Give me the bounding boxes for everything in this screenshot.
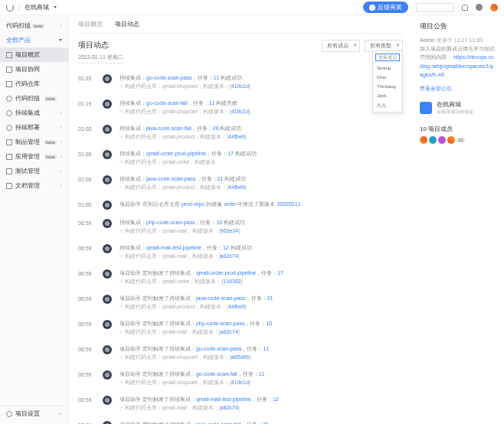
feed-link[interactable]: go-code-scan-fail <box>146 100 188 106</box>
project-card[interactable]: 在线商城 在线商城示例项目 <box>420 100 496 116</box>
feed-avatar[interactable] <box>103 421 112 424</box>
feed-avatar[interactable] <box>103 269 112 279</box>
dropdown-item[interactable]: 凡凡 <box>373 100 402 112</box>
branch-icon: ⑂ <box>119 108 123 116</box>
feed-link[interactable]: 11 <box>214 75 220 80</box>
feed-link[interactable]: 28 <box>213 126 219 131</box>
feed-link[interactable]: prod-repo <box>182 201 205 207</box>
tab-overview[interactable]: 项目概览 <box>78 20 103 28</box>
feed-link[interactable]: qmall-order-prod-pipeline <box>196 270 256 276</box>
feed-avatar[interactable] <box>103 370 112 380</box>
feed-avatar[interactable] <box>103 201 112 210</box>
dropdown-search-input[interactable]: 搜索成员 <box>375 54 400 61</box>
sidebar-item-测试管理[interactable]: 测试管理› <box>0 164 68 178</box>
feed-avatar[interactable] <box>103 150 112 159</box>
sidebar-item-持续部署[interactable]: 持续部署› <box>0 120 68 135</box>
project-name[interactable]: 在线商城 <box>25 3 49 11</box>
member-avatar[interactable] <box>429 136 437 144</box>
feed-link[interactable]: qmall-order-prod-pipeline <box>146 151 206 156</box>
feed-link[interactable]: 116302 <box>223 279 241 284</box>
member-count-badge[interactable]: 10 <box>457 138 465 142</box>
feed-link[interactable]: go-code-scan-pass <box>196 346 242 351</box>
feed-link[interactable]: 10 <box>266 321 272 326</box>
sidebar-icon <box>6 96 12 102</box>
feed-link[interactable]: php-code-scan-pass <box>146 220 195 225</box>
feed-link[interactable]: a82c74 <box>221 253 238 259</box>
sidebar-item-应用管理[interactable]: 应用管理beta› <box>0 149 68 164</box>
feed-link[interactable]: qmall-mail-test-pipeline <box>196 396 251 402</box>
feed-link[interactable]: 44fbe6 <box>228 134 244 139</box>
sidebar-item-项目协同[interactable]: 项目协同 <box>0 62 68 77</box>
feed-link[interactable]: a82c74 <box>221 329 238 334</box>
sidebar-item-文档管理[interactable]: 文档管理› <box>0 178 68 193</box>
feed-avatar[interactable] <box>103 396 112 405</box>
dropdown-item[interactable]: Sinkup <box>373 64 402 73</box>
sidebar-item-制品管理[interactable]: 制品管理beta› <box>0 135 68 149</box>
feed-link[interactable]: 20220111 <box>277 201 300 207</box>
member-avatar[interactable] <box>447 136 455 144</box>
feed-avatar[interactable] <box>103 99 112 109</box>
feed-link[interactable]: 44fbe6 <box>228 184 244 190</box>
feed-body: 项目助手 在制品仓库仓库 prod-repo 的镜像 order 中推送了新版本… <box>119 201 403 209</box>
feed-link[interactable]: 11 <box>263 346 269 351</box>
feed-link[interactable]: java-code-scan-pass <box>146 176 196 181</box>
feed-time: 01:19 <box>78 99 95 106</box>
feed-link[interactable]: 17 <box>227 151 234 156</box>
feed-link[interactable]: a82c74 <box>221 405 238 410</box>
dropdown-item[interactable]: Thinkang <box>373 82 402 91</box>
feed-avatar[interactable] <box>103 345 112 354</box>
feed-avatar[interactable] <box>103 175 112 184</box>
feed-link[interactable]: go-code-scan-fail <box>196 371 237 377</box>
search-input[interactable] <box>416 3 454 12</box>
feed-link[interactable]: java-code-scan-pass <box>196 295 246 301</box>
feed-link[interactable]: 44fbe6 <box>228 304 244 309</box>
beta-tag: beta <box>32 24 44 28</box>
feedback-button[interactable]: 反馈有奖 <box>363 2 408 13</box>
dropdown-item[interactable]: Dino <box>373 73 402 82</box>
feed-link[interactable]: 11 <box>259 371 265 377</box>
feed-link[interactable]: 21 <box>267 295 273 301</box>
gear-icon[interactable] <box>476 4 483 11</box>
feed-link[interactable]: 12 <box>273 396 279 402</box>
view-all-link[interactable]: 查看全部公告 <box>420 85 496 93</box>
member-avatar[interactable] <box>438 136 446 144</box>
feed-avatar[interactable] <box>103 125 112 134</box>
feed-avatar[interactable] <box>103 244 112 253</box>
tab-activity[interactable]: 项目动态 <box>115 20 139 28</box>
member-avatar[interactable] <box>420 136 427 144</box>
feed-link[interactable]: go-code-scan-pass <box>146 75 192 80</box>
sidebar-item-持续集成[interactable]: 持续集成› <box>0 106 68 120</box>
filter-members[interactable]: 所有成员 <box>322 40 360 52</box>
feed-link[interactable]: php-code-scan-pass <box>196 321 244 326</box>
sidebar-header[interactable]: 代码扫描beta › <box>0 18 68 33</box>
feed-link[interactable]: java-code-scan-fail <box>146 126 191 131</box>
feed-link[interactable]: 11 <box>209 100 215 106</box>
feed-link[interactable]: 21 <box>218 176 224 181</box>
bell-icon[interactable] <box>462 5 468 11</box>
collapse-icon[interactable]: « <box>59 410 62 417</box>
announcement: Admin 发表于 12-27 11:00 加入项目的新成员请先学习知识空间的内… <box>420 36 496 79</box>
feed-link[interactable]: 12 <box>223 245 229 250</box>
sidebar-footer[interactable]: 项目设置 « <box>0 406 68 421</box>
sidebar-item-项目概览[interactable]: 项目概览 <box>0 47 68 62</box>
dropdown-item[interactable]: Jack <box>373 91 402 100</box>
feed-avatar[interactable] <box>103 295 112 304</box>
sidebar-all-products[interactable]: 全部产品 <box>0 33 68 47</box>
user-avatar[interactable] <box>490 4 498 11</box>
feed-avatar[interactable] <box>103 219 112 228</box>
feed-link[interactable]: 419c1d <box>231 109 249 114</box>
feed-link[interactable]: 17 <box>277 270 283 276</box>
feed-link[interactable]: a85d66 <box>231 354 249 360</box>
dropdown-icon[interactable] <box>54 6 57 8</box>
feed-link[interactable]: 902e24 <box>221 228 238 233</box>
sidebar-item-代码扫描[interactable]: 代码扫描beta <box>0 91 68 106</box>
feed-link[interactable]: 419c1d <box>231 380 249 385</box>
sidebar-item-代码仓库[interactable]: 代码仓库 <box>0 77 68 91</box>
logo-icon[interactable] <box>6 4 14 11</box>
feed-link[interactable]: 419c1d <box>231 83 249 89</box>
feed-link[interactable]: qmall-mail-test-pipeline <box>146 245 201 250</box>
feed-link[interactable]: order <box>224 201 236 207</box>
feed-avatar[interactable] <box>103 320 112 329</box>
feed-avatar[interactable] <box>103 74 112 83</box>
feed-link[interactable]: 10 <box>216 220 222 225</box>
